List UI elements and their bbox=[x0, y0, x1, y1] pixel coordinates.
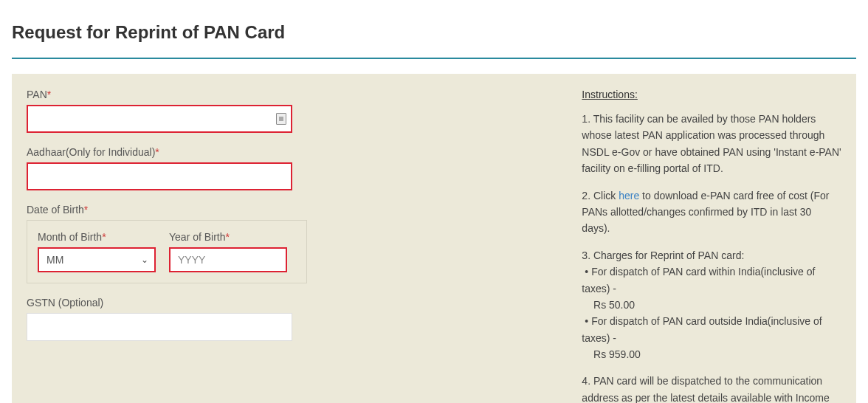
instruction-3: 3. Charges for Reprint of PAN card: • Fo… bbox=[582, 247, 841, 363]
pan-input[interactable] bbox=[27, 105, 292, 133]
gstn-label: GSTN (Optional) bbox=[27, 297, 574, 309]
aadhaar-label-text: Aadhaar(Only for Individual) bbox=[27, 146, 155, 158]
aadhaar-label: Aadhaar(Only for Individual)* bbox=[27, 146, 574, 158]
year-label-text: Year of Birth bbox=[169, 231, 226, 243]
pan-input-wrap bbox=[27, 105, 292, 133]
month-select[interactable]: MM bbox=[38, 247, 156, 272]
year-col: Year of Birth* bbox=[169, 231, 287, 272]
year-label: Year of Birth* bbox=[169, 231, 287, 243]
required-mark: * bbox=[47, 89, 51, 100]
instruction-1: 1. This facility can be availed by those… bbox=[582, 111, 841, 177]
divider bbox=[12, 58, 856, 59]
required-mark: * bbox=[226, 231, 230, 243]
instruction-4: 4. PAN card will be dispatched to the co… bbox=[582, 373, 841, 403]
instruction-3a-amt: Rs 50.00 bbox=[582, 299, 635, 311]
dob-label-text: Date of Birth bbox=[27, 204, 84, 216]
required-mark: * bbox=[102, 231, 106, 243]
pan-label-text: PAN bbox=[27, 89, 47, 100]
aadhaar-group: Aadhaar(Only for Individual)* bbox=[27, 146, 574, 190]
month-label: Month of Birth* bbox=[38, 231, 156, 243]
instruction-2a: 2. Click bbox=[582, 190, 619, 202]
instructions-header: Instructions: bbox=[582, 89, 841, 100]
instruction-3b: • For dispatch of PAN card outside India… bbox=[582, 315, 822, 343]
instruction-3a: • For dispatch of PAN card within India(… bbox=[582, 266, 815, 294]
autofill-icon bbox=[276, 113, 286, 125]
page-title: Request for Reprint of PAN Card bbox=[0, 0, 868, 58]
instruction-3b-amt: Rs 959.00 bbox=[582, 348, 641, 360]
instruction-2: 2. Click here to download e-PAN card fre… bbox=[582, 187, 841, 237]
pan-group: PAN* bbox=[27, 89, 574, 133]
month-select-wrap: MM ⌄ bbox=[38, 247, 156, 272]
aadhaar-input[interactable] bbox=[27, 162, 292, 190]
download-link[interactable]: here bbox=[619, 190, 639, 202]
main-panel: PAN* Aadhaar(Only for Individual)* Date … bbox=[12, 74, 856, 403]
required-mark: * bbox=[84, 204, 88, 216]
gstn-input[interactable] bbox=[27, 313, 292, 341]
dob-box: Month of Birth* MM ⌄ Year of Birth* bbox=[27, 220, 307, 283]
year-input[interactable] bbox=[169, 247, 287, 272]
instructions-header-colon: : bbox=[635, 89, 638, 100]
form-column: PAN* Aadhaar(Only for Individual)* Date … bbox=[27, 89, 574, 403]
required-mark: * bbox=[155, 146, 159, 158]
instructions-column: Instructions: 1. This facility can be av… bbox=[574, 89, 841, 403]
month-col: Month of Birth* MM ⌄ bbox=[38, 231, 156, 272]
month-label-text: Month of Birth bbox=[38, 231, 102, 243]
dob-group: Date of Birth* Month of Birth* MM ⌄ bbox=[27, 204, 574, 283]
instructions-header-text: Instructions bbox=[582, 89, 635, 100]
gstn-group: GSTN (Optional) bbox=[27, 297, 574, 341]
dob-label: Date of Birth* bbox=[27, 204, 574, 216]
instruction-3-text: 3. Charges for Reprint of PAN card: bbox=[582, 249, 744, 261]
pan-label: PAN* bbox=[27, 89, 574, 100]
